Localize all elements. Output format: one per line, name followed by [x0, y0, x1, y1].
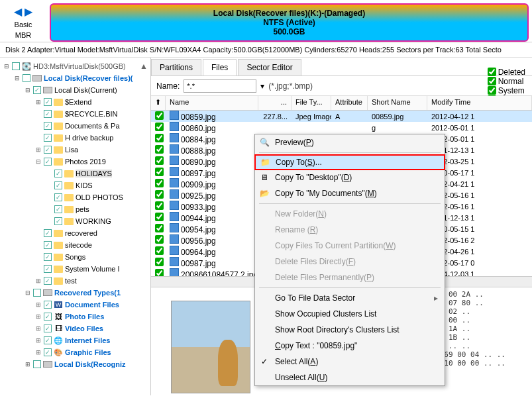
expand-icon[interactable]: ⊟ [24, 289, 32, 296]
tree-item[interactable]: ⊟✓Local Disk(Current) [0, 84, 150, 96]
col-type[interactable]: File Ty... [292, 96, 331, 110]
filter-system[interactable]: System [488, 86, 527, 95]
row-checkbox[interactable] [155, 224, 164, 232]
tree-item[interactable]: ✓System Volume I [0, 263, 150, 275]
nav-arrows[interactable]: ◀ ▶ [0, 5, 46, 18]
file-row[interactable]: 00860.jpgg2012-05-01 1 [151, 122, 532, 133]
tree-checkbox[interactable]: ✓ [44, 158, 52, 166]
row-checkbox[interactable] [155, 190, 164, 199]
row-checkbox[interactable] [155, 246, 164, 255]
tree-checkbox[interactable] [33, 289, 41, 297]
tree-checkbox[interactable]: ✓ [44, 325, 52, 332]
row-checkbox[interactable] [155, 111, 164, 120]
file-row[interactable]: 00859.jpg227.8...Jpeg ImageA00859.jpg201… [151, 111, 532, 122]
thumbnail[interactable] [171, 301, 250, 393]
row-checkbox[interactable] [155, 235, 164, 244]
tree-item[interactable]: ✓$RECYCLE.BIN [0, 108, 150, 120]
up-icon[interactable]: ⬆ [151, 96, 166, 110]
menu-item[interactable]: Show Occupied Clusters List [255, 306, 445, 322]
expand-icon[interactable]: ⊞ [34, 99, 42, 105]
menu-item[interactable]: Unselect All(U) [255, 370, 445, 385]
tree-checkbox[interactable]: ✓ [44, 336, 52, 344]
expand-icon[interactable]: ⊞ [24, 361, 32, 368]
expand-icon[interactable]: ⊞ [34, 146, 42, 153]
col-short[interactable]: Short Name [368, 96, 427, 110]
row-checkbox[interactable] [155, 269, 164, 276]
tree-checkbox[interactable]: ✓ [44, 301, 52, 309]
tree-checkbox[interactable]: ✓ [44, 277, 52, 285]
expand-icon[interactable]: ⊟ [3, 63, 11, 70]
expand-icon[interactable]: ⊟ [34, 158, 42, 165]
expand-icon[interactable]: ⊞ [34, 301, 42, 308]
tree-item[interactable]: ⊞✓test [0, 275, 150, 287]
tree-checkbox[interactable]: ✓ [44, 241, 52, 249]
directory-tree[interactable]: ⊟💽HD3:MsftVirtualDisk(500GB)▲⊟Local Disk… [0, 58, 151, 395]
menu-item[interactable]: Show Root Directory's Clusters List [255, 322, 445, 338]
tree-item[interactable]: ✓Songs [0, 251, 150, 263]
tree-item[interactable]: ⊟Recovered Types(1 [0, 287, 150, 299]
tree-item[interactable]: ✓H drive backup [0, 132, 150, 144]
tree-checkbox[interactable]: ✓ [44, 98, 52, 106]
expand-icon[interactable]: ⊞ [34, 277, 42, 284]
menu-item[interactable]: ✓Select All(A) [255, 354, 445, 370]
tab-partitions[interactable]: Partitions [151, 59, 201, 75]
menu-item[interactable]: Go To File Data Sector▸ [255, 290, 445, 306]
col-attr[interactable]: Attribute [331, 96, 368, 110]
menu-item[interactable]: 🔍Preview(P) [255, 134, 445, 150]
tree-checkbox[interactable]: ✓ [44, 313, 52, 321]
tree-checkbox[interactable]: ✓ [44, 134, 52, 142]
tree-checkbox[interactable]: ✓ [54, 170, 62, 177]
tree-item[interactable]: ✓KIDS [0, 179, 150, 191]
row-checkbox[interactable] [155, 168, 164, 176]
row-checkbox[interactable] [155, 145, 164, 154]
menu-item[interactable]: 📂Copy To "My Documents"(M) [255, 185, 445, 201]
tree-item[interactable]: ✓OLD PHOTOS [0, 191, 150, 203]
tree-item[interactable]: ⊞✓Lisa [0, 144, 150, 156]
filter-deleted[interactable]: Deleted [488, 68, 527, 77]
row-checkbox[interactable] [155, 258, 164, 266]
menu-item[interactable]: 🖥Copy To "Desktop"(D) [255, 170, 445, 185]
tree-checkbox[interactable]: ✓ [44, 122, 52, 130]
tree-checkbox[interactable]: ✓ [33, 86, 41, 94]
tree-item[interactable]: ⊞Local Disk(Recogniz [0, 358, 150, 370]
filter-checkbox[interactable] [488, 68, 496, 76]
tab-sector-editor[interactable]: Sector Editor [238, 59, 301, 75]
expand-icon[interactable]: ⊞ [34, 349, 42, 356]
tree-checkbox[interactable]: ✓ [44, 253, 52, 261]
filter-checkbox[interactable] [488, 77, 496, 85]
menu-item[interactable]: 📁Copy To(S)... [254, 154, 445, 170]
tree-item[interactable]: ⊟💽HD3:MsftVirtualDisk(500GB)▲ [0, 60, 150, 72]
column-header[interactable]: ⬆ Name ... File Ty... Attribute Short Na… [151, 96, 532, 111]
tree-checkbox[interactable]: ✓ [54, 193, 62, 201]
row-checkbox[interactable] [155, 179, 164, 187]
expand-icon[interactable]: ⊟ [24, 87, 32, 93]
scroll-up-icon[interactable]: ▲ [140, 62, 148, 71]
row-checkbox[interactable] [155, 156, 164, 165]
tree-item[interactable]: ✓WORKING [0, 215, 150, 227]
expand-icon[interactable]: ⊞ [34, 325, 42, 332]
tree-item[interactable]: ✓HOLIDAYS [0, 168, 150, 179]
tree-item[interactable]: ⊟✓Photos 2019 [0, 156, 150, 168]
tree-item[interactable]: ⊟Local Disk(Recover files)( [0, 72, 150, 84]
row-checkbox[interactable] [155, 134, 164, 142]
tree-checkbox[interactable] [12, 62, 20, 70]
col-size[interactable]: ... [258, 96, 292, 110]
tree-checkbox[interactable]: ✓ [44, 348, 52, 356]
tree-checkbox[interactable]: ✓ [54, 181, 62, 189]
tree-checkbox[interactable]: ✓ [54, 205, 62, 213]
expand-icon[interactable]: ⊞ [34, 337, 42, 344]
tree-item[interactable]: ✓Documents & Pa [0, 120, 150, 132]
tree-item[interactable]: ⊞✓🎞Video Files [0, 323, 150, 334]
expand-icon[interactable]: ⊟ [13, 75, 21, 81]
tree-checkbox[interactable]: ✓ [44, 265, 52, 273]
tab-files[interactable]: Files [203, 59, 237, 75]
row-checkbox[interactable] [155, 213, 164, 221]
tree-item[interactable]: ✓sitecode [0, 239, 150, 251]
tree-checkbox[interactable] [23, 74, 30, 82]
partition-banner[interactable]: Local Disk(Recover files)(K:)-(Damaged) … [50, 3, 529, 42]
tree-item[interactable]: ✓pets [0, 203, 150, 215]
row-checkbox[interactable] [155, 123, 164, 131]
tree-checkbox[interactable] [33, 360, 41, 368]
tree-item[interactable]: ⊞✓🌐Internet Files [0, 334, 150, 346]
menu-item[interactable]: Copy Text : "00859.jpg" [255, 338, 445, 354]
